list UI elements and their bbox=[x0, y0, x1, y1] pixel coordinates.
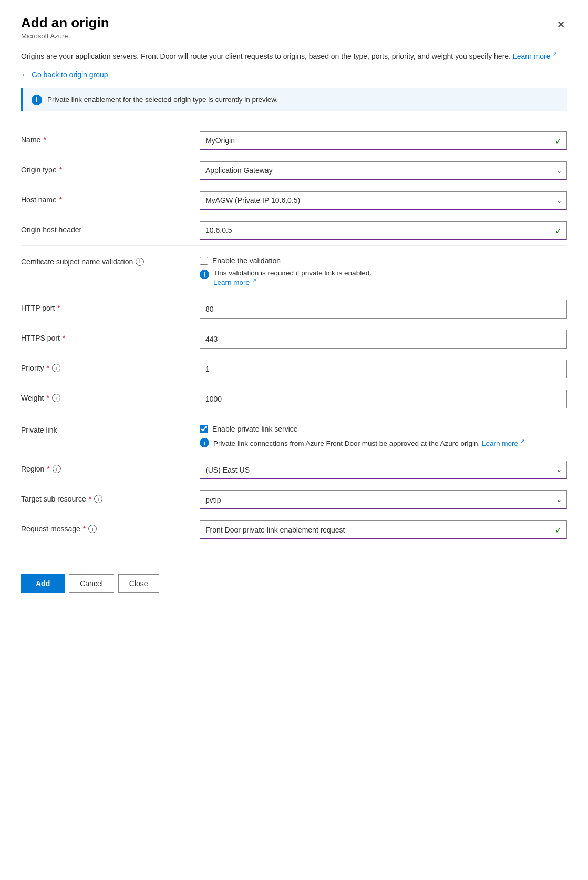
cert-validation-row: Certificate subject name validation i En… bbox=[21, 246, 567, 294]
name-label: Name * bbox=[21, 131, 200, 144]
private-link-info: i Private link connections from Azure Fr… bbox=[200, 437, 567, 447]
origin-type-label: Origin type * bbox=[21, 161, 200, 174]
origin-type-required: * bbox=[59, 166, 62, 174]
request-message-check-icon: ✓ bbox=[555, 525, 562, 535]
private-link-info-icon-blue: i bbox=[200, 438, 209, 447]
cancel-button[interactable]: Cancel bbox=[69, 574, 114, 593]
cert-validation-external-icon: ↗ bbox=[252, 277, 256, 283]
form: Name * ✓ Origin type * Application Gatew… bbox=[21, 126, 567, 545]
priority-input[interactable] bbox=[200, 360, 567, 378]
description-text: Origins are your application servers. Fr… bbox=[21, 49, 567, 62]
cert-validation-label: Certificate subject name validation i bbox=[21, 253, 200, 266]
external-link-icon-description: ↗ bbox=[552, 50, 557, 57]
name-input-wrapper: ✓ bbox=[200, 131, 567, 150]
close-footer-button[interactable]: Close bbox=[118, 574, 159, 593]
https-port-required: * bbox=[63, 334, 65, 342]
region-select[interactable]: (US) East US (US) West US (EU) West Euro… bbox=[200, 461, 567, 479]
weight-input[interactable] bbox=[200, 390, 567, 408]
private-link-checkbox[interactable] bbox=[200, 425, 208, 433]
region-required: * bbox=[47, 465, 49, 473]
priority-required: * bbox=[47, 364, 49, 372]
priority-label: Priority * i bbox=[21, 360, 200, 372]
cert-validation-checkbox-label: Enable the validation bbox=[212, 257, 281, 265]
add-button[interactable]: Add bbox=[21, 574, 65, 593]
name-required: * bbox=[43, 136, 46, 144]
host-name-select[interactable]: MyAGW (Private IP 10.6.0.5) bbox=[200, 191, 567, 210]
name-check-icon: ✓ bbox=[555, 136, 562, 146]
private-link-label: Private link bbox=[21, 422, 200, 434]
request-message-row: Request message * i ✓ bbox=[21, 515, 567, 545]
http-port-input[interactable] bbox=[200, 300, 567, 319]
http-port-row: HTTP port * bbox=[21, 294, 567, 324]
panel-title: Add an origin bbox=[21, 15, 109, 31]
request-message-label: Request message * i bbox=[21, 520, 200, 533]
weight-info-icon[interactable]: i bbox=[52, 394, 60, 402]
private-link-checkbox-label: Enable private link service bbox=[212, 425, 298, 433]
target-sub-resource-required: * bbox=[89, 495, 91, 503]
weight-row: Weight * i bbox=[21, 384, 567, 414]
add-origin-panel: Add an origin Microsoft Azure ✕ Origins … bbox=[0, 0, 588, 614]
learn-more-link-description[interactable]: Learn more ↗ bbox=[513, 52, 557, 60]
request-message-info-icon[interactable]: i bbox=[88, 525, 97, 533]
origin-type-row: Origin type * Application Gateway Storag… bbox=[21, 156, 567, 186]
priority-info-icon[interactable]: i bbox=[52, 364, 60, 372]
priority-row: Priority * i bbox=[21, 354, 567, 384]
target-sub-resource-row: Target sub resource * i pvtip ⌄ bbox=[21, 485, 567, 515]
target-sub-resource-select[interactable]: pvtip bbox=[200, 490, 567, 509]
back-link-label: Go back to origin group bbox=[32, 70, 108, 79]
private-link-checkbox-row: Enable private link service bbox=[200, 422, 567, 433]
region-dropdown-wrapper: (US) East US (US) West US (EU) West Euro… bbox=[200, 461, 567, 479]
cert-validation-info: i This validation is required if private… bbox=[200, 269, 567, 287]
private-link-external-icon: ↗ bbox=[520, 437, 525, 444]
region-info-icon[interactable]: i bbox=[53, 465, 61, 473]
panel-header: Add an origin Microsoft Azure ✕ bbox=[21, 15, 567, 40]
cert-validation-learn-more-link[interactable]: Learn more ↗ bbox=[213, 279, 256, 286]
back-arrow-icon: ← bbox=[21, 70, 28, 79]
region-row: Region * i (US) East US (US) West US (EU… bbox=[21, 455, 567, 485]
https-port-input[interactable] bbox=[200, 330, 567, 349]
request-message-input[interactable] bbox=[200, 520, 567, 539]
footer-buttons: Add Cancel Close bbox=[21, 564, 567, 593]
origin-type-dropdown-wrapper: Application Gateway Storage Cloud Servic… bbox=[200, 161, 567, 180]
cert-validation-checkbox-row: Enable the validation bbox=[200, 253, 567, 265]
panel-subtitle: Microsoft Azure bbox=[21, 32, 109, 40]
https-port-label: HTTPS port * bbox=[21, 330, 200, 342]
origin-type-select[interactable]: Application Gateway Storage Cloud Servic… bbox=[200, 161, 567, 180]
host-name-dropdown-wrapper: MyAGW (Private IP 10.6.0.5) ⌄ bbox=[200, 191, 567, 210]
cert-validation-info-text: This validation is required if private l… bbox=[213, 269, 372, 287]
close-button[interactable]: ✕ bbox=[555, 17, 567, 33]
weight-label: Weight * i bbox=[21, 390, 200, 402]
info-banner-icon: i bbox=[32, 95, 42, 105]
target-sub-resource-label: Target sub resource * i bbox=[21, 490, 200, 503]
cert-validation-info-icon[interactable]: i bbox=[136, 258, 144, 266]
http-port-required: * bbox=[57, 304, 60, 312]
origin-host-header-input[interactable] bbox=[200, 221, 567, 240]
request-message-required: * bbox=[83, 525, 86, 533]
http-port-label: HTTP port * bbox=[21, 300, 200, 312]
description-body: Origins are your application servers. Fr… bbox=[21, 52, 511, 60]
region-label: Region * i bbox=[21, 461, 200, 473]
host-name-label: Host name * bbox=[21, 191, 200, 204]
origin-host-header-check-icon: ✓ bbox=[555, 226, 562, 236]
back-to-origin-group-link[interactable]: ← Go back to origin group bbox=[21, 70, 108, 79]
name-row: Name * ✓ bbox=[21, 126, 567, 156]
target-sub-resource-info-icon[interactable]: i bbox=[94, 495, 102, 503]
info-banner: i Private link enablement for the select… bbox=[21, 88, 567, 111]
origin-host-header-label: Origin host header bbox=[21, 221, 200, 234]
private-link-info-text: Private link connections from Azure Fron… bbox=[213, 437, 525, 447]
host-name-row: Host name * MyAGW (Private IP 10.6.0.5) … bbox=[21, 186, 567, 216]
host-name-required: * bbox=[59, 196, 62, 204]
origin-host-header-input-wrapper: ✓ bbox=[200, 221, 567, 240]
private-link-row: Private link Enable private link service… bbox=[21, 414, 567, 455]
cert-validation-info-icon-blue: i bbox=[200, 270, 209, 279]
weight-required: * bbox=[46, 394, 49, 402]
private-link-learn-more-link[interactable]: Learn more ↗ bbox=[482, 439, 525, 447]
origin-host-header-row: Origin host header ✓ bbox=[21, 216, 567, 245]
request-message-input-wrapper: ✓ bbox=[200, 520, 567, 539]
cert-validation-checkbox[interactable] bbox=[200, 257, 208, 265]
target-sub-resource-dropdown-wrapper: pvtip ⌄ bbox=[200, 490, 567, 509]
panel-title-group: Add an origin Microsoft Azure bbox=[21, 15, 109, 40]
name-input[interactable] bbox=[200, 131, 567, 150]
info-banner-message: Private link enablement for the selected… bbox=[47, 96, 278, 104]
https-port-row: HTTPS port * bbox=[21, 324, 567, 354]
